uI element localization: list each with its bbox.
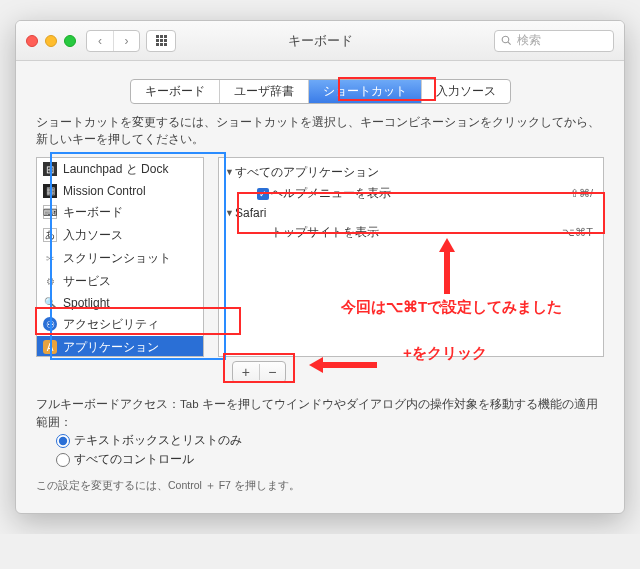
content-area: キーボード ユーザ辞書 ショートカット 入力ソース ショートカットを変更するには…	[16, 61, 624, 513]
tab-input-sources[interactable]: 入力ソース	[422, 80, 510, 103]
checkbox-icon[interactable]: ✓	[257, 188, 269, 200]
radio-input[interactable]	[56, 434, 70, 448]
show-all-button[interactable]	[146, 30, 176, 52]
disclosure-triangle-icon[interactable]: ▼	[225, 167, 235, 177]
accessibility-icon: ⚇	[43, 317, 57, 331]
shortcut-top-sites[interactable]: トップサイトを表示 ⌥⌘T	[219, 222, 603, 243]
launchpad-icon: ⊞	[43, 162, 57, 176]
sidebar-item-services[interactable]: ⚙サービス	[37, 270, 203, 293]
radio-input[interactable]	[56, 453, 70, 467]
tab-bar: キーボード ユーザ辞書 ショートカット 入力ソース	[36, 79, 604, 104]
search-icon	[501, 35, 512, 46]
sidebar-item-keyboard[interactable]: ⌨キーボード	[37, 201, 203, 224]
search-placeholder: 検索	[517, 32, 541, 49]
sidebar-item-mission-control[interactable]: ▦Mission Control	[37, 181, 203, 201]
nav-buttons: ‹ ›	[86, 30, 140, 52]
titlebar: ‹ › キーボード 検索	[16, 21, 624, 61]
window-controls	[26, 35, 76, 47]
spotlight-icon: 🔍	[43, 296, 57, 310]
tab-shortcuts[interactable]: ショートカット	[309, 80, 422, 103]
search-input[interactable]: 検索	[494, 30, 614, 52]
sidebar-item-launchpad[interactable]: ⊞Launchpad と Dock	[37, 158, 203, 181]
back-button[interactable]: ‹	[87, 31, 113, 51]
shortcut-value: ⌥⌘T	[562, 226, 593, 239]
close-icon[interactable]	[26, 35, 38, 47]
full-keyboard-access-label: フルキーボードアクセス：Tab キーを押してウインドウやダイアログ内の操作対象を…	[36, 395, 604, 432]
shortcut-list[interactable]: ▼ すべてのアプリケーション ✓ ヘルプメニューを表示 ⇧⌘/ ▼ Safari…	[218, 157, 604, 357]
instruction-text: ショートカットを変更するには、ショートカットを選択し、キーコンビネーションをクリ…	[36, 114, 604, 149]
preferences-window: ‹ › キーボード 検索 キーボード ユーザ辞書 ショートカット 入力ソース シ…	[15, 20, 625, 514]
sidebar-item-input-source[interactable]: あ入力ソース	[37, 224, 203, 247]
application-icon: A	[43, 340, 57, 354]
radio-textboxes-only[interactable]: テキストボックスとリストのみ	[56, 431, 604, 450]
sidebar-item-spotlight[interactable]: 🔍Spotlight	[37, 293, 203, 313]
minimize-icon[interactable]	[45, 35, 57, 47]
add-remove-buttons: + −	[232, 361, 286, 383]
keyboard-icon: ⌨	[43, 205, 57, 219]
input-source-icon: あ	[43, 228, 57, 242]
footnote-text: この設定を変更するには、Control ＋ F7 を押します。	[36, 479, 604, 493]
remove-button[interactable]: −	[259, 364, 286, 380]
add-button[interactable]: +	[233, 364, 259, 380]
group-safari[interactable]: ▼ Safari	[219, 204, 603, 222]
sidebar-item-accessibility[interactable]: ⚇アクセシビリティ	[37, 313, 203, 336]
disclosure-triangle-icon[interactable]: ▼	[225, 208, 235, 218]
grid-icon	[156, 35, 167, 46]
sidebar-item-screenshot[interactable]: ✂スクリーンショット	[37, 247, 203, 270]
tab-user-dictionary[interactable]: ユーザ辞書	[220, 80, 309, 103]
screenshot-icon: ✂	[43, 251, 57, 265]
shortcut-value: ⇧⌘/	[570, 187, 593, 200]
group-all-apps[interactable]: ▼ すべてのアプリケーション	[219, 162, 603, 183]
radio-all-controls[interactable]: すべてのコントロール	[56, 450, 604, 469]
category-sidebar[interactable]: ⊞Launchpad と Dock ▦Mission Control ⌨キーボー…	[36, 157, 204, 357]
sidebar-item-application[interactable]: Aアプリケーション	[37, 336, 203, 357]
services-icon: ⚙	[43, 274, 57, 288]
forward-button[interactable]: ›	[113, 31, 139, 51]
mission-control-icon: ▦	[43, 184, 57, 198]
tab-keyboard[interactable]: キーボード	[131, 80, 220, 103]
zoom-icon[interactable]	[64, 35, 76, 47]
shortcut-help-menu[interactable]: ✓ ヘルプメニューを表示 ⇧⌘/	[219, 183, 603, 204]
